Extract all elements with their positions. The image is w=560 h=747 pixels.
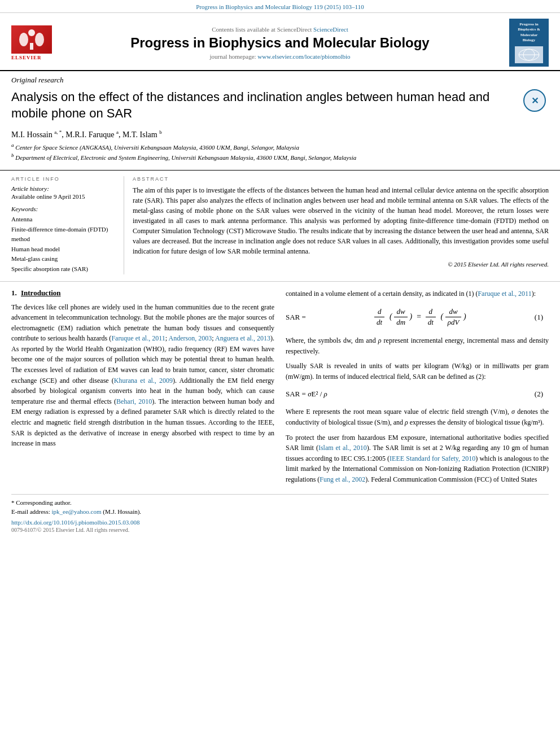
ref-fung2002[interactable]: Fung et al., 2002 (320, 475, 365, 483)
equation-1-content: d dt ( dw dm ) = (306, 307, 535, 327)
sar-units-para: Usually SAR is revealed in units of watt… (286, 361, 549, 382)
sciencedirect-info: Contents lists available at ScienceDirec… (56, 26, 504, 33)
ref-behari2010[interactable]: Behari, 2010 (116, 397, 152, 405)
svg-point-2 (35, 33, 44, 46)
journal-header: ELSEVIER Contents lists available at Sci… (0, 13, 560, 71)
sar-limit-para: To protect the user from hazardous EM ex… (286, 433, 549, 485)
eq2-description: Where E represents the root mean square … (286, 407, 549, 427)
journal-citation-bar: Progress in Biophysics and Molecular Bio… (0, 0, 560, 13)
keyword-sar: Specific absorption rate (SAR) (11, 264, 115, 274)
keyword-fdtd: Finite-difference time-domain (FDTD) met… (11, 225, 115, 244)
history-label: Article history: (11, 185, 115, 192)
affiliation-b: b Department of Electrical, Electronic a… (11, 152, 549, 162)
ref-anguera2013[interactable]: Anguera et al., 2013 (215, 334, 270, 342)
svg-point-0 (28, 29, 35, 36)
ref-faruque2011-2[interactable]: Faruque et al., 2011 (478, 290, 531, 298)
issn-line: 0079-6107/© 2015 Elsevier Ltd. All right… (11, 527, 549, 533)
article-info-col: ARTICLE INFO Article history: Available … (11, 176, 124, 274)
journal-main-title: Progress in Biophysics and Molecular Bio… (56, 35, 504, 51)
footnote-section: * Corresponding author. E-mail address: … (0, 494, 560, 533)
corresponding-note: * Corresponding author. (11, 498, 549, 508)
author-hossain: M.I. Hossain (11, 130, 54, 139)
intro-heading: 1. Introduction (11, 289, 274, 298)
equation-1-label: SAR = (286, 313, 306, 322)
journal-homepage-url[interactable]: www.elsevier.com/locate/pbiomolbio (257, 53, 350, 60)
keyword-head-model: Human head model (11, 244, 115, 255)
ref-anderson2003[interactable]: Anderson, 2003 (169, 334, 212, 342)
journal-homepage: journal homepage: www.elsevier.com/locat… (56, 53, 504, 60)
equation-2-content: SAR = σE² / ρ (286, 390, 327, 399)
ref-ieee-safety[interactable]: IEEE Standard for Safety, 2010 (390, 455, 475, 462)
doi-link[interactable]: http://dx.doi.org/10.1016/j.pbiomolbio.2… (11, 519, 549, 526)
equation-1-block: SAR = d dt ( dw dm (286, 304, 549, 330)
footnote-area: * Corresponding author. E-mail address: … (11, 494, 549, 533)
equation-2-num: (2) (535, 390, 543, 399)
crossmark-badge[interactable]: ✕ (520, 89, 549, 112)
body-content: 1. Introduction The devices like cell ph… (0, 289, 560, 490)
abstract-text: The aim of this paper is to investigate … (133, 185, 549, 256)
authors-section: M.I. Hossain a, *, M.R.I. Faruque a, M.T… (0, 126, 560, 165)
article-info-label: ARTICLE INFO (11, 176, 115, 182)
intro-section-num: 1. (11, 289, 17, 297)
article-title: Analysis on the effect of the distances … (11, 89, 515, 121)
article-type: Original research (0, 71, 560, 87)
journal-citation: Progress in Biophysics and Molecular Bio… (196, 3, 364, 10)
article-history: Article history: Available online 9 Apri… (11, 185, 115, 200)
author-islam: M.T. Islam (123, 130, 159, 139)
abstract-body: The aim of this paper is to investigate … (133, 186, 549, 255)
elsevier-box-logo (11, 25, 52, 54)
keyword-metal-glass: Metal-glass casing (11, 254, 115, 264)
crossmark-icon: ✕ (523, 89, 546, 112)
ref-faruque2011[interactable]: Faruque et al., 2011 (111, 334, 165, 342)
ref-islam2010[interactable]: Islam et al., 2010 (318, 444, 367, 452)
svg-point-1 (19, 33, 28, 46)
intro-heading-text: Introduction (21, 289, 61, 297)
keywords-label: Keywords: (11, 206, 115, 212)
elsevier-logo: ELSEVIER (11, 25, 56, 60)
eq1-description: Where, the symbols dw, dm and ρ represen… (286, 335, 549, 356)
intro-para1: The devices like cell phones are widely … (11, 302, 274, 449)
article-info-abstract: ARTICLE INFO Article history: Available … (0, 170, 560, 274)
elsevier-tree-icon (15, 28, 49, 51)
equation-1-num: (1) (535, 313, 543, 322)
sciencedirect-link[interactable]: ScienceDirect (313, 26, 348, 33)
section-divider (0, 281, 560, 282)
journal-title-center: Contents lists available at ScienceDirec… (56, 26, 504, 60)
right-para-intro: contained in a volume element of a certa… (286, 289, 549, 299)
keywords-section: Keywords: Antenna Finite-difference time… (11, 206, 115, 274)
ref-khurana2009[interactable]: Khurana et al., 2009 (114, 377, 173, 385)
abstract-col: ABSTRACT The aim of this paper is to inv… (124, 176, 549, 274)
author-faruque: M.R.I. Faruque (65, 130, 116, 139)
equation-2-block: SAR = σE² / ρ (2) (286, 387, 549, 401)
article-title-section: Analysis on the effect of the distances … (0, 87, 560, 126)
abstract-label: ABSTRACT (133, 176, 549, 182)
email-line: E-mail address: ipk_ee@yahoo.com (M.J. H… (11, 507, 549, 517)
affiliation-a: a Center for Space Science (ANGKASA), Un… (11, 142, 549, 152)
svg-rect-3 (30, 43, 33, 50)
journal-logo-right: Progress inBiophysics &MolecularBiology (504, 19, 549, 67)
body-left-col: 1. Introduction The devices like cell ph… (11, 289, 274, 490)
affiliations: a Center for Space Science (ANGKASA), Un… (11, 142, 549, 162)
author-email[interactable]: ipk_ee@yahoo.com (51, 508, 101, 515)
journal-cover-image: Progress inBiophysics &MolecularBiology (509, 19, 549, 67)
copyright: © 2015 Elsevier Ltd. All rights reserved… (133, 261, 549, 268)
keyword-antenna: Antenna (11, 215, 115, 225)
body-right-col: contained in a volume element of a certa… (286, 289, 549, 490)
elsevier-brand-text: ELSEVIER (11, 55, 42, 60)
two-column-layout: 1. Introduction The devices like cell ph… (11, 289, 549, 490)
authors-list: M.I. Hossain a, *, M.R.I. Faruque a, M.T… (11, 129, 549, 139)
history-date: Available online 9 April 2015 (11, 193, 115, 200)
